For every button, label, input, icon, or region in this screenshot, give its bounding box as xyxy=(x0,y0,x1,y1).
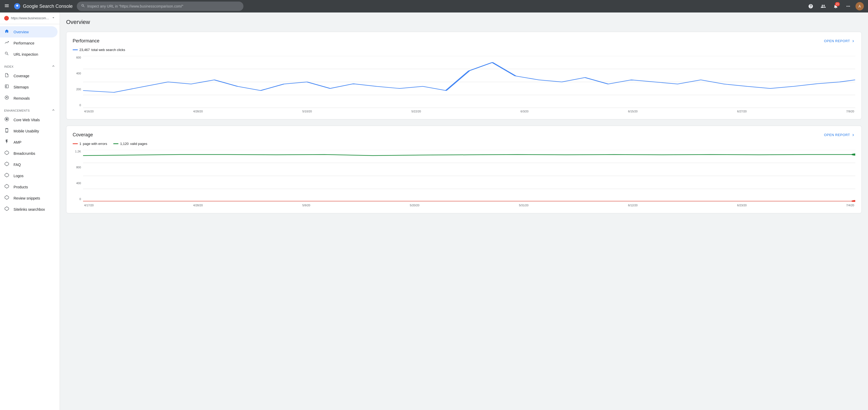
header: Google Search Console 21 A xyxy=(0,0,868,12)
index-section-header: Index xyxy=(0,60,60,70)
index-toggle-icon[interactable] xyxy=(51,64,56,69)
sidebar-item-mobile-usability-label: Mobile Usability xyxy=(13,129,39,133)
search-icon xyxy=(81,4,85,9)
index-section-label: Index xyxy=(4,65,13,68)
coverage-card-title: Coverage xyxy=(73,132,93,138)
sidebar-item-sitemaps[interactable]: Sitemaps xyxy=(0,81,58,93)
page-title: Overview xyxy=(66,19,862,26)
apps-button[interactable] xyxy=(843,1,854,11)
help-button[interactable] xyxy=(806,1,816,11)
sidebar-item-amp-label: AMP xyxy=(13,140,21,144)
svg-marker-8 xyxy=(5,207,9,211)
cov-x-label-2: 5/9/20 xyxy=(302,204,310,207)
sidebar-item-performance-label: Performance xyxy=(13,41,34,45)
sidebar-item-products[interactable]: Products xyxy=(0,181,58,193)
avatar[interactable]: A xyxy=(856,2,864,10)
enhancements-section-header: Enhancements xyxy=(0,104,60,114)
sidebar-item-coverage-label: Coverage xyxy=(13,74,29,78)
coverage-valid-count: 1,120 xyxy=(120,142,129,146)
sidebar-item-sitelinks-searchbox[interactable]: Sitelinks searchbox xyxy=(0,204,58,215)
sidebar-item-mobile-usability[interactable]: Mobile Usability xyxy=(0,126,58,137)
svg-point-21 xyxy=(851,200,855,202)
x-label-7: 7/9/20 xyxy=(846,110,854,113)
notifications-button[interactable]: 21 xyxy=(831,1,841,11)
coverage-chart-wrapper: 1.2K 800 400 0 xyxy=(73,150,855,207)
url-search-bar[interactable] xyxy=(77,2,243,11)
breadcrumbs-icon xyxy=(4,150,9,156)
coverage-legend-errors: 1 page with errors xyxy=(73,142,107,146)
y-axis-1k2: 1.2K xyxy=(75,150,81,153)
coverage-chart-svg xyxy=(83,150,855,202)
y-axis-0: 0 xyxy=(80,104,81,107)
sidebar-item-removals-label: Removals xyxy=(13,96,30,100)
coverage-valid-label: valid pages xyxy=(130,142,147,146)
property-selector[interactable]: https://www.businesscomparison.com/ xyxy=(0,12,60,24)
sidebar-item-url-inspection[interactable]: URL inspection xyxy=(0,49,58,60)
sidebar-item-url-inspection-label: URL inspection xyxy=(13,52,38,57)
sidebar-item-breadcrumbs-label: Breadcrumbs xyxy=(13,151,35,156)
header-logo: Google Search Console xyxy=(13,3,73,10)
sidebar-item-faq[interactable]: FAQ xyxy=(0,159,58,170)
sidebar-item-breadcrumbs[interactable]: Breadcrumbs xyxy=(0,148,58,159)
coverage-card: Coverage OPEN REPORT 1 page with errors … xyxy=(66,126,862,213)
y-axis-400: 400 xyxy=(76,72,81,75)
property-icon xyxy=(4,16,9,21)
sidebar-item-amp[interactable]: AMP xyxy=(0,137,58,148)
x-label-4: 6/3/20 xyxy=(521,110,528,113)
layout: https://www.businesscomparison.com/ Over… xyxy=(0,12,868,410)
sidebar-item-core-web-vitals[interactable]: Core Web Vitals xyxy=(0,114,58,126)
main-content: Overview Performance OPEN REPORT 23,467 … xyxy=(60,12,868,410)
sidebar-item-removals[interactable]: Removals xyxy=(0,93,58,104)
sidebar-item-review-snippets-label: Review snippets xyxy=(13,196,40,200)
coverage-y-axis: 1.2K 800 400 0 xyxy=(73,150,83,207)
svg-marker-3 xyxy=(5,151,9,155)
x-label-1: 4/28/20 xyxy=(193,110,203,113)
svg-point-2 xyxy=(6,118,8,120)
coverage-errors-count: 1 xyxy=(80,142,81,146)
performance-y-axis: 600 400 200 0 xyxy=(73,56,83,113)
cov-x-label-7: 7/4/20 xyxy=(846,204,854,207)
mobile-usability-icon xyxy=(4,128,9,134)
performance-icon xyxy=(4,40,9,46)
sitemaps-icon xyxy=(4,84,9,90)
coverage-open-report-link[interactable]: OPEN REPORT xyxy=(824,133,855,137)
performance-clicks-count: 23,467 xyxy=(80,48,90,52)
sidebar-item-coverage[interactable]: Coverage xyxy=(0,70,58,81)
home-icon xyxy=(4,29,9,35)
sitelinks-searchbox-icon xyxy=(4,206,9,212)
url-search-input[interactable] xyxy=(87,4,239,8)
sidebar-item-logos[interactable]: Logos xyxy=(0,170,58,181)
y-axis-0: 0 xyxy=(80,198,81,201)
sidebar-item-overview-label: Overview xyxy=(13,30,29,34)
cov-x-label-4: 5/31/20 xyxy=(519,204,528,207)
cov-x-label-0: 4/17/20 xyxy=(84,204,94,207)
core-web-vitals-icon xyxy=(4,117,9,123)
performance-card-header: Performance OPEN REPORT xyxy=(73,38,855,44)
cov-x-label-3: 5/20/20 xyxy=(410,204,420,207)
sidebar-item-products-label: Products xyxy=(13,185,28,189)
y-axis-800: 800 xyxy=(76,166,81,169)
x-label-3: 5/22/20 xyxy=(411,110,421,113)
enhancements-toggle-icon[interactable] xyxy=(51,108,56,113)
svg-marker-5 xyxy=(5,173,9,177)
performance-chart-area: 4/16/20 4/28/20 5/10/20 5/22/20 6/3/20 6… xyxy=(83,56,855,113)
logos-icon xyxy=(4,173,9,179)
coverage-legend: 1 page with errors 1,120 valid pages xyxy=(73,142,855,146)
performance-open-report-link[interactable]: OPEN REPORT xyxy=(824,39,855,43)
performance-x-axis: 4/16/20 4/28/20 5/10/20 5/22/20 6/3/20 6… xyxy=(83,110,855,113)
performance-clicks-label: total web search clicks xyxy=(91,48,125,52)
account-button[interactable] xyxy=(818,1,829,11)
menu-icon[interactable] xyxy=(4,3,9,10)
sidebar-item-core-web-vitals-label: Core Web Vitals xyxy=(13,118,40,122)
enhancements-section-label: Enhancements xyxy=(4,109,30,112)
sidebar-item-review-snippets[interactable]: Review snippets xyxy=(0,193,58,204)
cov-x-label-5: 6/12/20 xyxy=(628,204,638,207)
x-label-5: 6/15/20 xyxy=(628,110,638,113)
sidebar-item-sitemaps-label: Sitemaps xyxy=(13,85,29,89)
cov-x-label-6: 6/23/20 xyxy=(737,204,747,207)
sidebar-item-performance[interactable]: Performance xyxy=(0,37,58,49)
sidebar-item-overview[interactable]: Overview xyxy=(0,26,58,37)
cov-x-label-1: 4/28/20 xyxy=(193,204,203,207)
performance-open-report-label: OPEN REPORT xyxy=(824,39,850,43)
url-inspection-icon xyxy=(4,51,9,57)
